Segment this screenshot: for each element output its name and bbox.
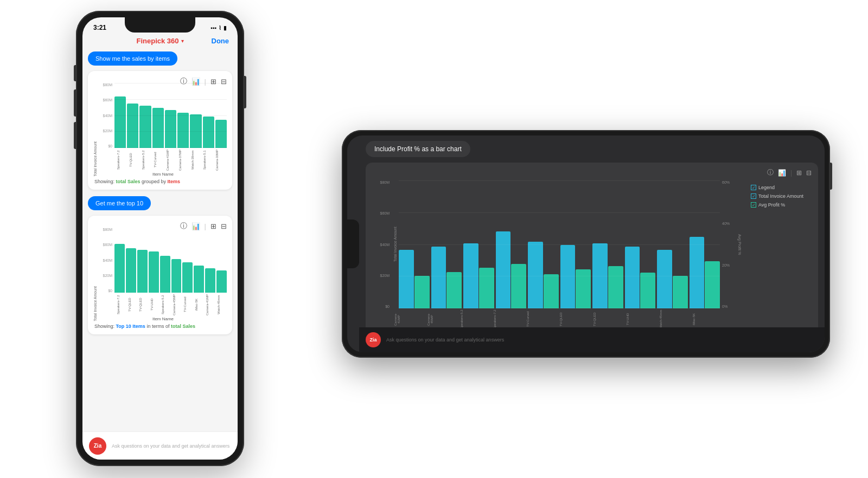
bar — [165, 110, 176, 148]
dark-bar-cyan — [673, 276, 688, 308]
status-icons: ▪▪▪ ⌇ ▮ — [210, 25, 227, 31]
grid-icon-dark[interactable]: ⊟ — [806, 169, 812, 177]
dark-chart-main: $80M $60M $40M $20M $0 Total Invoice Amo… — [372, 180, 743, 335]
app-title[interactable]: Finepick 360 — [136, 37, 178, 45]
dark-bar-cyan — [544, 274, 559, 308]
dark-bar-blue — [431, 247, 446, 308]
chat-content: Show me the sales by items ⓘ 📊 | ⊞ ⊟ Tot… — [82, 47, 238, 446]
dark-bar-blue — [399, 250, 414, 308]
bar — [205, 268, 215, 293]
input-placeholder-portrait[interactable]: Ask questions on your data and get analy… — [112, 443, 229, 449]
info-icon-dark[interactable]: ⓘ — [767, 168, 774, 177]
chart-card-2: ⓘ 📊 | ⊞ ⊟ Total Invoice Amount $80M $60M… — [88, 216, 232, 334]
x-axis-labels-1: Speakers-7.2TV-QLEDSpeakers-5.2TV-Curved… — [99, 149, 227, 171]
signal-icon: ▪▪▪ — [210, 25, 216, 31]
legend-check-cyan-icon: ✓ — [751, 193, 756, 199]
zia-icon: Zia — [94, 443, 101, 449]
bar — [190, 114, 201, 148]
dark-x-label: TV-UHD — [626, 309, 658, 329]
dark-bar-blue — [560, 245, 576, 308]
done-button[interactable]: Done — [212, 37, 229, 45]
x-label: Watch-45mm — [217, 294, 227, 315]
legend-check-icon: ✓ — [751, 185, 756, 190]
y-axis-labels-2: $80M $60M $40M $20M $0 — [99, 228, 114, 293]
chart-icon-dark[interactable]: 📊 — [778, 169, 786, 177]
x-label: Speakers-7.2 — [117, 294, 127, 315]
dark-bar-cyan — [446, 272, 462, 309]
y-axis-labels-1: $80M $60M $40M $20M $0 — [99, 83, 114, 148]
dark-bar-blue — [496, 231, 511, 309]
zia-button-portrait[interactable]: Zia — [89, 437, 106, 455]
legend-item-2: ✓ Avg Profit % — [751, 202, 807, 208]
dark-bar-blue — [690, 237, 705, 308]
bar — [152, 108, 164, 148]
y-axis-label-1: Total Invoice Amount — [93, 141, 97, 177]
x-label: Speakers-5.1 — [203, 149, 214, 171]
x-label: TV-QLED — [128, 294, 138, 315]
x-label: TV-QLED — [129, 149, 141, 171]
dark-x-label: Camera-45MP — [427, 309, 458, 329]
bottom-bar-portrait: Zia Ask questions on your data and get a… — [82, 431, 238, 460]
dark-bars-group — [399, 180, 720, 308]
dark-bar-group — [463, 243, 494, 308]
dark-x-label: Watch-45mm — [659, 309, 691, 329]
dark-bar-group — [625, 247, 656, 308]
x-axis-title-2: Item Name — [99, 316, 227, 321]
landscape-content: Include Profit % as a bar chart ⓘ 📊 | ⊞ … — [359, 135, 825, 352]
bar — [216, 270, 227, 293]
x-label: Camera-41MP — [206, 294, 216, 315]
dark-toolbar: ⓘ 📊 | ⊞ ⊟ — [372, 168, 812, 177]
dark-x-label: iMac-5K — [692, 309, 724, 329]
bar — [194, 266, 204, 293]
x-axis-title-1: Item Name — [99, 172, 227, 177]
table-icon-dark[interactable]: ⊞ — [796, 169, 802, 177]
landscape-bottom-bar: Zia Ask questions on your data and get a… — [359, 327, 825, 352]
dark-bar-cyan — [576, 269, 591, 308]
dark-y-axis-label: Total Invoice Amount — [392, 180, 399, 308]
wifi-icon: ⌇ — [219, 25, 221, 31]
dark-bar-cyan — [608, 266, 623, 308]
dark-x-label: TV-QLED — [593, 309, 624, 329]
dark-bar-group — [528, 242, 559, 308]
phone-landscape: Include Profit % as a bar chart ⓘ 📊 | ⊞ … — [342, 130, 830, 358]
app-header: Finepick 360 ▾ Done — [82, 35, 238, 47]
status-time: 3:21 — [93, 24, 106, 31]
x-label: TV-Curved — [183, 294, 194, 315]
bar — [139, 106, 151, 148]
dark-x-labels: Camera-41MPCamera-45MPSpeakers-5.2Speake… — [372, 309, 743, 329]
dark-bar-group — [496, 231, 527, 309]
bar — [114, 244, 125, 293]
dark-bar-group — [560, 245, 591, 308]
bar — [177, 113, 189, 148]
chart-card-dark: ⓘ 📊 | ⊞ ⊟ $80M $60M $40M — [366, 163, 818, 348]
legend-title: ✓ Legend — [751, 185, 807, 190]
notch — [125, 17, 195, 33]
dark-x-label: Speakers-5.2 — [460, 309, 492, 329]
dark-bar-cyan — [705, 261, 720, 308]
x-label: Camera-37MP — [178, 149, 190, 171]
dark-y-right-label: Avg Profit % — [736, 180, 743, 308]
user-bubble-1: Show me the sales by items — [88, 51, 177, 66]
x-axis-labels-2: Speakers-7.2TV-QLEDTV-QLEDTV-UHDSpeakers… — [99, 294, 227, 315]
chevron-down-icon: ▾ — [181, 38, 184, 44]
showing-text-2: Showing: Top 10 Items in terms of total … — [93, 324, 227, 329]
dark-y-right: 60% 40% 20% 0% — [720, 180, 736, 308]
landscape-input-placeholder[interactable]: Ask questions on your data and get analy… — [386, 337, 504, 343]
x-label: Camera-45MP — [173, 294, 183, 315]
bar — [114, 96, 126, 148]
dark-x-label: TV-Curved — [526, 309, 558, 329]
x-label: TV-QLED — [139, 294, 149, 315]
bar — [127, 104, 138, 148]
y-axis-label-2: Total Invoice Amount — [93, 286, 97, 321]
zia-button-landscape[interactable]: Zia — [366, 332, 381, 347]
dark-bar-group — [399, 250, 430, 308]
dark-bar-blue — [463, 243, 478, 308]
bar — [171, 259, 182, 293]
dark-bar-group — [592, 243, 623, 308]
dark-x-label: TV-QLED — [559, 309, 591, 329]
dark-bar-group — [431, 247, 462, 308]
dark-bar-cyan — [640, 273, 655, 308]
bar — [126, 248, 136, 293]
bar — [149, 251, 159, 293]
zia-icon-landscape: Zia — [369, 337, 376, 343]
